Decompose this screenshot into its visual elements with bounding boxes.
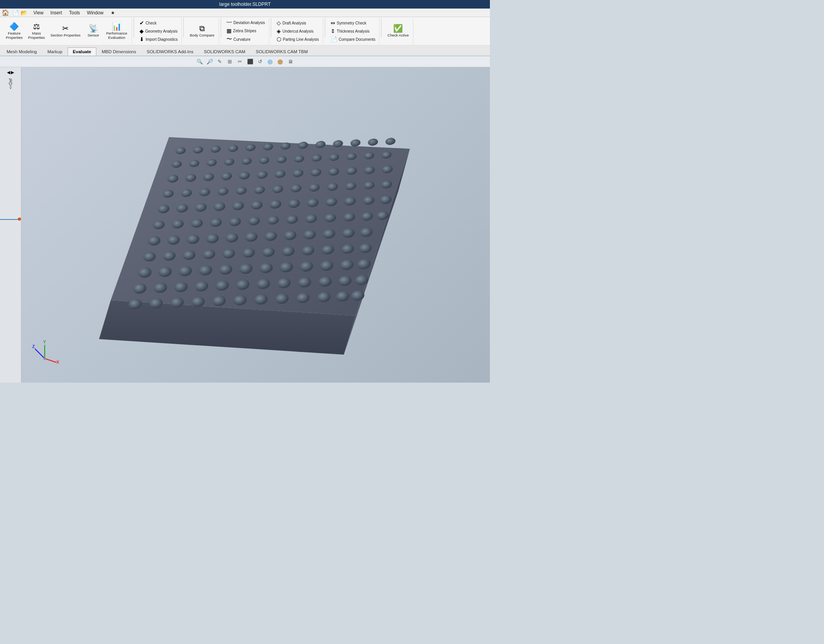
ribbon-tools: 🔷 FeatureProperties ⚖ MassProperties ✂ S… [0, 17, 490, 45]
sidebar-arrow-left[interactable]: ◀ ▶ [6, 69, 15, 76]
curvature-icon: 〜 [226, 36, 232, 43]
mass-properties-button[interactable]: ⚖ MassProperties [26, 21, 47, 41]
check-button[interactable]: ✔ Check [138, 19, 179, 27]
geometry-icon: ◆ [139, 28, 144, 34]
import-diagnostics-button[interactable]: ⬇ Import Diagnostics [138, 35, 179, 43]
compare-documents-button[interactable]: 📄 Compare Documents [329, 35, 377, 43]
menu-star[interactable]: ★ [108, 9, 118, 16]
compare-docs-icon: 📄 [331, 36, 337, 42]
ribbon-group-symmetry: ⇔ Symmetry Check ⇕ Thickness Analysis 📄 … [327, 18, 380, 44]
menu-window[interactable]: Window [84, 9, 107, 16]
undercut-icon: ◈ [277, 28, 281, 34]
deviation-col: 〰 Deviation Analysis ▦ Zebra Stripes 〜 C… [225, 19, 267, 44]
new-icon[interactable]: 📄 [12, 10, 19, 16]
draft-analysis-button[interactable]: ◇ Draft Analysis [275, 19, 321, 27]
ribbon-group-deviation: 〰 Deviation Analysis ▦ Zebra Stripes 〜 C… [223, 18, 269, 44]
left-sidebar: ◀ ▶ <<Def [0, 67, 21, 383]
feature-properties-button[interactable]: 🔷 FeatureProperties [4, 21, 24, 41]
view-btn-sketch[interactable]: ✎ [216, 57, 224, 66]
body-compare-icon: ⧉ [199, 24, 205, 32]
home-icon[interactable]: 🏠 [2, 9, 9, 16]
check-col: ✔ Check ◆ Geometry Analysis ⬇ Import Dia… [138, 19, 179, 43]
svg-point-14 [368, 138, 379, 146]
draft-col: ◇ Draft Analysis ◈ Undercut Analysis ⬡ P… [275, 19, 321, 43]
view-btn-search[interactable]: 🔍 [195, 57, 204, 66]
view-btn-display[interactable]: 🖥 [286, 57, 295, 66]
thickness-icon: ⇕ [331, 28, 335, 34]
ribbon: 🔷 FeatureProperties ⚖ MassProperties ✂ S… [0, 17, 490, 56]
check-active-icon: ✅ [393, 24, 403, 32]
viewport[interactable]: Z Y X [21, 67, 490, 383]
symmetry-icon: ⇔ [331, 20, 335, 26]
arrow-right-icon: ▶ [11, 70, 14, 75]
svg-text:X: X [56, 360, 59, 364]
section-properties-button[interactable]: ✂ Section Properties [49, 23, 83, 38]
curvature-button[interactable]: 〜 Curvature [225, 35, 267, 44]
thickness-analysis-button[interactable]: ⇕ Thickness Analysis [329, 27, 377, 35]
ribbon-group-check-active: ✅ Check Active [383, 18, 413, 44]
ribbon-group-draft: ◇ Draft Analysis ◈ Undercut Analysis ⬡ P… [273, 18, 323, 44]
tab-sw-cam[interactable]: SOLIDWORKS CAM [199, 47, 251, 56]
deviation-icon: 〰 [226, 19, 232, 26]
sensor-icon: 📡 [89, 24, 98, 32]
menu-insert[interactable]: Insert [47, 9, 65, 16]
arrow-left-icon: ◀ [7, 70, 10, 75]
view-btn-section[interactable]: ✂ [236, 57, 244, 66]
sidebar-dot [18, 218, 21, 221]
menu-bar: 🏠 📄 📂 View Insert Tools Window ★ [0, 9, 490, 17]
check-active-button[interactable]: ✅ Check Active [385, 23, 411, 38]
view-btn-shade[interactable]: ⬛ [246, 57, 254, 66]
undercut-analysis-button[interactable]: ◈ Undercut Analysis [275, 27, 321, 35]
body-compare-button[interactable]: ⧉ Body Compare [188, 23, 216, 38]
main-area: ◀ ▶ <<Def [0, 67, 490, 383]
open-icon[interactable]: 📂 [21, 10, 27, 16]
menu-tools[interactable]: Tools [66, 9, 83, 16]
parting-line-button[interactable]: ⬡ Parting Line Analysis [275, 35, 321, 43]
import-icon: ⬇ [139, 36, 144, 42]
window-title: large toolholder.SLDPRT [219, 2, 271, 7]
title-bar: large toolholder.SLDPRT [0, 0, 490, 9]
svg-line-145 [45, 359, 56, 362]
svg-text:Z: Z [32, 344, 35, 349]
view-btn-zoom[interactable]: 🔎 [206, 57, 214, 66]
ribbon-group-main: 🔷 FeatureProperties ⚖ MassProperties ✂ S… [2, 18, 132, 44]
view-toolbar: 🔍 🔎 ✎ ⊞ ✂ ⬛ ↺ ⬤ ⬤ 🖥 [0, 56, 490, 67]
tab-markup[interactable]: Markup [42, 47, 67, 56]
sep5 [325, 18, 325, 37]
sensor-button[interactable]: 📡 Sensor [84, 23, 103, 38]
ribbon-group-check: ✔ Check ◆ Geometry Analysis ⬇ Import Dia… [136, 18, 182, 44]
def-label[interactable]: <<Def [8, 77, 14, 91]
mass-icon: ⚖ [33, 23, 40, 30]
geometry-analysis-button[interactable]: ◆ Geometry Analysis [138, 27, 179, 35]
view-btn-rotate[interactable]: ↺ [256, 57, 265, 66]
view-btn-color1[interactable]: ⬤ [266, 57, 275, 66]
parting-icon: ⬡ [277, 36, 281, 42]
tab-mbd[interactable]: MBD Dimensions [97, 47, 141, 56]
feature-icon: 🔷 [9, 23, 19, 30]
tab-evaluate[interactable]: Evaluate [68, 47, 96, 56]
symmetry-check-button[interactable]: ⇔ Symmetry Check [329, 19, 377, 27]
deviation-analysis-button[interactable]: 〰 Deviation Analysis [225, 19, 267, 26]
tab-sw-cam-tbm[interactable]: SOLIDWORKS CAM TBM [251, 47, 313, 56]
ribbon-group-body: ⧉ Body Compare [185, 18, 219, 44]
performance-eval-button[interactable]: 📊 PerformanceEvaluation [104, 21, 129, 41]
symmetry-col: ⇔ Symmetry Check ⇕ Thickness Analysis 📄 … [329, 19, 377, 43]
svg-point-15 [385, 137, 396, 146]
zebra-icon: ▦ [226, 28, 232, 34]
svg-point-147 [44, 357, 46, 360]
sep4 [271, 18, 271, 37]
tab-sw-addins[interactable]: SOLIDWORKS Add-Ins [141, 47, 198, 56]
tab-mesh-modeling[interactable]: Mesh Modeling [2, 47, 42, 56]
ribbon-tabs: Mesh Modeling Markup Evaluate MBD Dimens… [0, 45, 490, 56]
svg-line-141 [35, 349, 45, 359]
menu-view[interactable]: View [30, 9, 47, 16]
section-label: Section Properties [51, 33, 81, 37]
sep2 [183, 18, 184, 37]
view-btn-color2[interactable]: ⬤ [276, 57, 285, 66]
view-btn-grid[interactable]: ⊞ [226, 57, 234, 66]
zebra-stripes-button[interactable]: ▦ Zebra Stripes [225, 27, 267, 35]
model-3d [60, 87, 410, 378]
sep3 [221, 18, 221, 37]
section-icon: ✂ [62, 24, 69, 32]
draft-icon: ◇ [277, 20, 281, 26]
